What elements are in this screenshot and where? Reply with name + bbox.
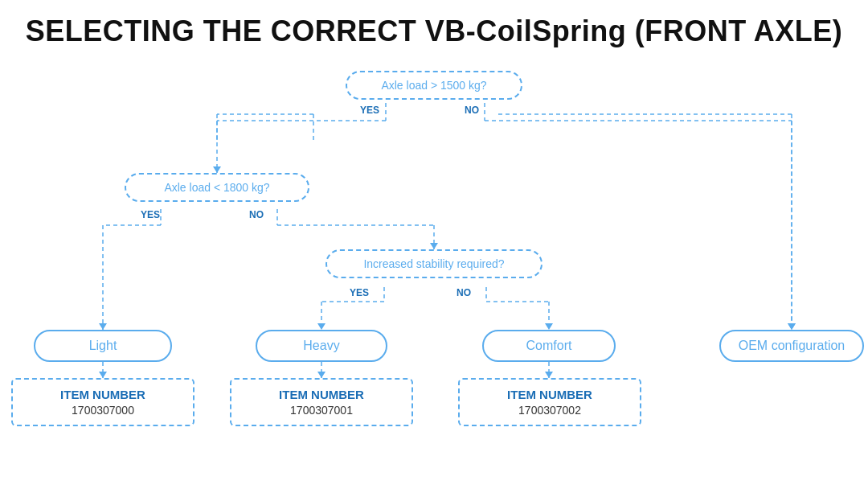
decision1-no-label: NO bbox=[465, 105, 479, 116]
decision-box-3: Increased stability required? bbox=[326, 249, 542, 278]
diagram-area: Axle load > 1500 kg? YES NO Axle load < … bbox=[0, 56, 868, 466]
item-box-0: ITEM NUMBER 1700307000 bbox=[11, 378, 194, 426]
decision-box-1: Axle load > 1500 kg? bbox=[346, 71, 522, 100]
decision-box-2: Axle load < 1800 kg? bbox=[125, 173, 309, 202]
decision3-yes-label: YES bbox=[350, 287, 369, 298]
svg-marker-10 bbox=[213, 166, 221, 173]
svg-marker-6 bbox=[788, 323, 796, 330]
svg-marker-14 bbox=[788, 323, 796, 330]
decision2-no-label: NO bbox=[249, 209, 264, 220]
svg-marker-32 bbox=[99, 372, 107, 378]
item1-number: 1700307001 bbox=[243, 404, 400, 417]
svg-marker-34 bbox=[317, 372, 326, 378]
item0-label: ITEM NUMBER bbox=[24, 388, 182, 401]
page-title: SELECTING THE CORRECT VB-CoilSpring (FRO… bbox=[0, 0, 868, 56]
item0-number: 1700307000 bbox=[24, 404, 182, 417]
result-comfort: Comfort bbox=[482, 330, 616, 362]
decision3-no-label: NO bbox=[457, 287, 471, 298]
svg-marker-36 bbox=[545, 372, 553, 378]
svg-marker-30 bbox=[545, 323, 553, 330]
result-oem: OEM configuration bbox=[719, 330, 864, 362]
item-box-1: ITEM NUMBER 1700307001 bbox=[230, 378, 413, 426]
item-box-2: ITEM NUMBER 1700307002 bbox=[458, 378, 641, 426]
decision1-yes-label: YES bbox=[360, 105, 379, 116]
decision2-yes-label: YES bbox=[141, 209, 160, 220]
item2-number: 1700307002 bbox=[471, 404, 628, 417]
item1-label: ITEM NUMBER bbox=[243, 388, 400, 401]
svg-marker-22 bbox=[430, 243, 438, 249]
result-heavy: Heavy bbox=[256, 330, 387, 362]
item2-label: ITEM NUMBER bbox=[471, 388, 628, 401]
result-light: Light bbox=[34, 330, 172, 362]
svg-marker-26 bbox=[317, 323, 326, 330]
svg-marker-18 bbox=[99, 323, 107, 330]
